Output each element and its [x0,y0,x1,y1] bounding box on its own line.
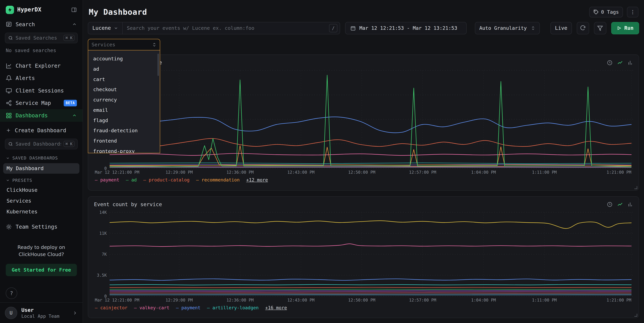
sidebar-item-my-dashboard[interactable]: My Dashboard [3,163,79,174]
no-saved-searches-text: No saved searches [0,45,82,55]
dropdown-scrollbar[interactable] [158,54,159,76]
legend-more-link[interactable]: +16 more [265,304,287,311]
user-menu[interactable]: U User Local App Team [0,302,82,323]
dropdown-option-fraud-detection[interactable]: fraud-detection [88,126,160,136]
panel-resize-handle[interactable] [634,314,637,316]
svg-text:12:50:00 PM: 12:50:00 PM [348,298,376,302]
user-team: Local App Team [21,313,59,319]
line-chart[interactable]: 03.5K7K11K14KMar 12 12:21:00 PM12:29:00 … [94,210,633,303]
sidebar-item-chart-explorer[interactable]: Chart Explorer [0,60,82,72]
services-filter-select[interactable] [88,39,160,50]
legend-item-product-catalog: — product-catalog [143,177,190,183]
granularity-select[interactable]: Auto Granularity [475,22,540,34]
sidebar-item-label: Dashboards [16,112,48,119]
filter-button[interactable] [594,22,606,34]
dropdown-option-frontend[interactable]: frontend [88,136,160,146]
services-dropdown-panel: accounting ad cart checkout currency ema… [88,50,160,153]
collapse-sidebar-icon[interactable] [71,7,77,13]
section-presets[interactable]: PRESETS [0,174,82,185]
live-label: Live [555,25,567,32]
legend-item-payment: — payment [95,177,119,183]
language-label: Lucene [92,25,111,32]
bar-chart-icon[interactable] [627,202,633,207]
line-chart[interactable]: 0Mar 12 12:21:00 PM12:29:00 PM12:36:00 P… [94,68,633,176]
beta-badge: BETA [64,100,77,106]
sidebar-item-alerts[interactable]: Alerts [0,72,82,84]
legend-item-ad: — ad [126,177,137,183]
history-clock-icon[interactable] [607,60,612,66]
language-select[interactable]: Lucene [88,22,123,34]
user-name: User [21,307,59,313]
svg-text:1:21:00 PM: 1:21:00 PM [607,298,631,302]
event-search-input[interactable] [123,25,329,32]
search-section-icon [6,21,12,27]
sidebar-item-label: Search [16,21,35,28]
dropdown-option-flagd[interactable]: flagd [88,115,160,126]
svg-text:12:29:00 PM: 12:29:00 PM [166,298,193,302]
svg-text:12:36:00 PM: 12:36:00 PM [226,298,254,302]
legend-item-recommendation: — recommendation [196,177,240,183]
preset-clickhouse[interactable]: ClickHouse [0,185,82,195]
sidebar-item-team-settings[interactable]: Team Settings [0,220,82,233]
sidebar-item-label: Alerts [16,74,35,82]
create-dashboard-button[interactable]: Create Dashboard [0,124,82,136]
run-button[interactable]: Run [611,22,639,34]
help-button[interactable]: ? [6,287,17,299]
get-started-button[interactable]: Get Started for Free [6,264,77,276]
query-toolbar: Lucene / Mar 12 12:21:53 - Mar 12 13:21:… [88,22,639,34]
svg-text:12:43:00 PM: 12:43:00 PM [287,170,314,175]
bar-chart-icon[interactable] [627,60,633,66]
line-chart-icon[interactable] [617,60,623,66]
saved-dashboards-search[interactable]: ⌘ K [5,139,78,149]
svg-text:11K: 11K [99,231,107,236]
sidebar-item-dashboards[interactable]: Dashboards [0,109,82,122]
unfold-chevrons-icon [531,26,535,31]
dropdown-option-ad[interactable]: ad [88,64,160,74]
header-actions: 0 Tags ⋮ [589,7,638,18]
chevron-up-icon [72,113,77,118]
section-label-text: PRESETS [12,177,32,183]
sidebar-item-search[interactable]: Search [0,18,82,31]
panel-actions [607,202,633,207]
dropdown-option-accounting[interactable]: accounting [88,54,160,64]
saved-searches-input[interactable] [16,35,61,42]
line-chart-icon[interactable] [617,202,623,207]
saved-dashboards-input[interactable] [16,141,61,147]
sidebar-item-client-sessions[interactable]: Client Sessions [0,84,82,97]
svg-text:Mar 12 12:21:00 PM: Mar 12 12:21:00 PM [95,170,140,175]
history-clock-icon[interactable] [607,202,612,207]
services-filter-input[interactable] [92,41,150,48]
run-label: Run [624,25,634,32]
tags-button[interactable]: 0 Tags [589,7,623,18]
section-saved-dashboards[interactable]: SAVED DASHBOARDS [0,151,82,162]
svg-text:12:50:00 PM: 12:50:00 PM [348,170,376,175]
dropdown-option-frontend-proxy[interactable]: frontend-proxy [88,146,160,153]
live-button[interactable]: Live [550,22,572,34]
refresh-icon [580,25,586,31]
sidebar-item-service-map[interactable]: Service Map BETA [0,97,82,109]
panel-title: Event count by service [94,201,162,208]
svg-text:12:36:00 PM: 12:36:00 PM [226,170,254,175]
saved-searches-search[interactable]: ⌘ K [5,33,78,43]
preset-services[interactable]: Services [0,195,82,206]
legend-more-link[interactable]: +12 more [246,177,268,183]
play-icon [617,26,621,31]
tags-label: 0 Tags [601,9,619,16]
dropdown-option-checkout[interactable]: checkout [88,85,160,95]
dashboard-menu-button[interactable]: ⋮ [627,7,638,18]
shortcut-badge: ⌘ K [64,141,74,147]
preset-kubernetes[interactable]: Kubernetes [0,206,82,217]
sidebar: HyperDX Search ⌘ K No saved searches [0,0,83,323]
shortcut-badge: ⌘ K [64,35,74,41]
svg-text:Mar 12 12:21:00 PM: Mar 12 12:21:00 PM [95,298,140,302]
refresh-button[interactable] [577,22,589,34]
svg-text:12:57:00 PM: 12:57:00 PM [409,298,436,302]
dropdown-option-cart[interactable]: cart [88,74,160,85]
time-range-picker[interactable]: Mar 12 12:21:53 - Mar 12 13:21:53 [345,22,467,34]
dashboard-filters: accounting ad cart checkout currency ema… [88,39,160,50]
svg-text:7K: 7K [102,252,107,257]
dropdown-option-email[interactable]: email [88,105,160,115]
dropdown-option-currency[interactable]: currency [88,95,160,105]
sidebar-item-label: Service Map [16,99,51,107]
panel-resize-handle[interactable] [634,186,637,189]
